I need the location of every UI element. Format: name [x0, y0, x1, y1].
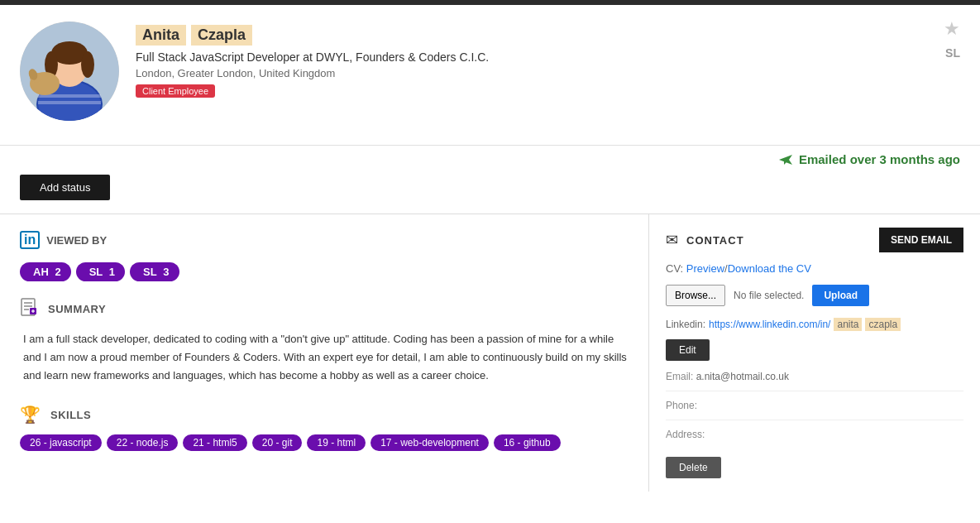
emailed-text: Emailed over 3 months ago [799, 152, 960, 166]
linkedin-label: Linkedin: [666, 319, 705, 330]
linkedin-name2: czapla [865, 318, 901, 331]
cv-label: CV: [666, 262, 683, 275]
contact-header: ✉ CONTACT SEND EMAIL [666, 228, 963, 252]
address-label: Address: [666, 429, 705, 440]
emailed-status: Emailed over 3 months ago [777, 152, 960, 166]
skills-title: SKILLS [50, 409, 91, 421]
viewed-by-section: in VIEWED BY [20, 231, 629, 249]
viewer-badges: AH 2 SL 1 SL 3 [20, 262, 629, 281]
email-field-row: Email: a.nita@hotmail.co.uk [666, 371, 963, 391]
phone-field-row: Phone: [666, 400, 963, 420]
last-name: Czapla [191, 25, 252, 46]
profile-header: Anita Czapla Full Stack JavaScript Devel… [0, 5, 980, 146]
edit-button[interactable]: Edit [666, 339, 710, 361]
star-icon[interactable]: ★ [944, 18, 960, 40]
file-upload-row: Browse... No file selected. Upload [666, 285, 963, 306]
profile-title: Full Stack JavaScript Developer at DWYL,… [136, 50, 960, 64]
envelope-icon: ✉ [666, 231, 678, 249]
svg-point-8 [81, 51, 94, 78]
skill-tag-git[interactable]: 20 - git [252, 434, 303, 451]
skills-tags: 26 - javascript 22 - node.js 21 - html5 … [20, 434, 629, 451]
client-badge: Client Employee [136, 84, 215, 98]
upload-button[interactable]: Upload [812, 285, 869, 306]
cv-row: CV: Preview/Download the CV [666, 262, 963, 275]
summary-section: SUMMARY I am a full stack developer, ded… [20, 298, 629, 385]
avatar [20, 22, 119, 121]
delete-button[interactable]: Delete [666, 457, 721, 478]
skill-tag-nodejs[interactable]: 22 - node.js [107, 434, 179, 451]
name-row: Anita Czapla [136, 25, 960, 46]
sl-label: SL [945, 46, 960, 60]
summary-icon [20, 298, 38, 320]
viewer-initials-sl2: SL [143, 266, 157, 278]
browse-button[interactable]: Browse... [666, 285, 725, 306]
phone-label: Phone: [666, 400, 697, 411]
skill-tag-javascript[interactable]: 26 - javascript [20, 434, 102, 451]
cv-preview-link[interactable]: Preview [686, 262, 724, 275]
email-label: Email: [666, 371, 693, 382]
viewer-badge-ah[interactable]: AH 2 [20, 262, 71, 281]
send-email-button[interactable]: SEND EMAIL [879, 228, 963, 252]
cv-download-link[interactable]: Download the CV [728, 262, 811, 275]
send-icon [777, 153, 794, 166]
add-status-row: Add status [0, 170, 980, 214]
skill-tag-web-dev[interactable]: 17 - web-development [370, 434, 489, 451]
viewer-initials-ah: AH [33, 266, 49, 278]
right-panel: ✉ CONTACT SEND EMAIL CV: Preview/Downloa… [649, 214, 980, 492]
skill-tag-html5[interactable]: 21 - html5 [183, 434, 246, 451]
summary-text: I am a full stack developer, dedicated t… [20, 330, 629, 385]
skills-section: 🏆 SKILLS 26 - javascript 22 - node.js 21… [20, 405, 629, 451]
viewer-count-ah: 2 [52, 266, 61, 278]
linkedin-name1: anita [834, 318, 862, 331]
linkedin-url[interactable]: https://www.linkedin.com/in/ [709, 319, 830, 330]
add-status-button[interactable]: Add status [20, 175, 110, 200]
address-field-row: Address: [666, 429, 963, 449]
main-content: in VIEWED BY AH 2 SL 1 SL 3 [0, 214, 980, 492]
linkedin-row: Linkedin: https://www.linkedin.com/in/an… [666, 318, 963, 331]
viewed-by-label: VIEWED BY [46, 234, 107, 247]
contact-label: CONTACT [686, 234, 744, 247]
viewer-count-sl2: 3 [160, 266, 170, 278]
skill-tag-html[interactable]: 19 - html [307, 434, 366, 451]
viewer-badge-sl2[interactable]: SL 3 [130, 262, 179, 281]
contact-label-row: ✉ CONTACT [666, 231, 744, 249]
viewer-count-sl1: 1 [106, 266, 115, 278]
viewer-badge-sl1[interactable]: SL 1 [76, 262, 125, 281]
profile-location: London, Greater London, United Kingdom [136, 67, 960, 79]
emailed-row: Emailed over 3 months ago [0, 146, 980, 170]
linkedin-icon: in [20, 231, 40, 249]
svg-rect-4 [38, 101, 101, 104]
summary-title: SUMMARY [48, 303, 106, 315]
skills-header: 🏆 SKILLS [20, 405, 629, 425]
summary-header: SUMMARY [20, 298, 629, 320]
left-panel: in VIEWED BY AH 2 SL 1 SL 3 [0, 214, 649, 492]
skills-icon: 🏆 [20, 405, 41, 425]
first-name: Anita [136, 25, 186, 46]
profile-info: Anita Czapla Full Stack JavaScript Devel… [136, 22, 960, 98]
skill-tag-github[interactable]: 16 - github [494, 434, 561, 451]
no-file-text: No file selected. [734, 290, 804, 301]
viewer-initials-sl1: SL [89, 266, 103, 278]
email-value: a.nita@hotmail.co.uk [696, 371, 789, 382]
top-right-actions: ★ SL [944, 18, 960, 60]
